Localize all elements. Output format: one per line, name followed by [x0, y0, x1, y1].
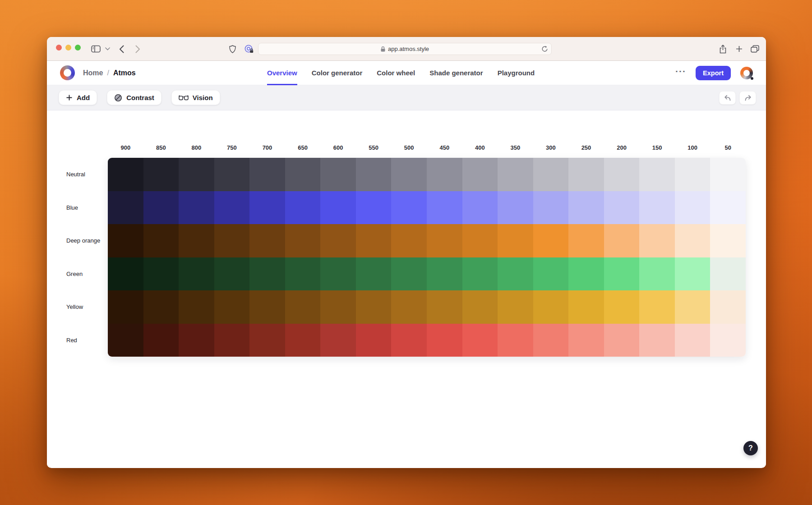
swatch-neutral-150[interactable]: [639, 158, 675, 191]
swatch-red-300[interactable]: [533, 324, 569, 357]
contrast-button[interactable]: Contrast: [107, 90, 161, 105]
swatch-blue-400[interactable]: [462, 191, 498, 225]
swatch-red-500[interactable]: [391, 324, 427, 357]
swatch-green-350[interactable]: [498, 257, 533, 291]
tab-overview-icon[interactable]: [751, 37, 759, 61]
redo-button[interactable]: [739, 91, 756, 105]
swatch-green-700[interactable]: [249, 257, 285, 291]
more-menu-icon[interactable]: ···: [675, 69, 686, 77]
swatch-blue-450[interactable]: [427, 191, 462, 225]
swatch-red-700[interactable]: [249, 324, 285, 357]
swatch-green-150[interactable]: [639, 257, 675, 291]
swatch-deep-orange-500[interactable]: [391, 224, 427, 257]
swatch-green-450[interactable]: [427, 257, 462, 291]
swatch-red-750[interactable]: [214, 324, 250, 357]
tab-color-wheel[interactable]: Color wheel: [377, 61, 415, 85]
tab-shade-generator[interactable]: Shade generator: [429, 61, 483, 85]
share-icon[interactable]: [719, 37, 727, 61]
swatch-blue-750[interactable]: [214, 191, 250, 225]
chevron-down-icon[interactable]: [105, 37, 110, 61]
swatch-red-200[interactable]: [604, 324, 640, 357]
swatch-green-100[interactable]: [675, 257, 710, 291]
export-button[interactable]: Export: [696, 66, 731, 80]
swatch-blue-500[interactable]: [391, 191, 427, 225]
swatch-yellow-400[interactable]: [462, 290, 498, 324]
swatch-green-750[interactable]: [214, 257, 250, 291]
swatch-neutral-850[interactable]: [143, 158, 179, 191]
address-bar[interactable]: app.atmos.style: [258, 43, 552, 55]
swatch-deep-orange-650[interactable]: [285, 224, 321, 257]
swatch-neutral-800[interactable]: [179, 158, 214, 191]
tab-playground[interactable]: Playground: [498, 61, 535, 85]
swatch-deep-orange-350[interactable]: [498, 224, 533, 257]
swatch-yellow-450[interactable]: [427, 290, 462, 324]
tab-color-generator[interactable]: Color generator: [312, 61, 363, 85]
close-button[interactable]: [56, 45, 62, 50]
swatch-blue-250[interactable]: [568, 191, 604, 225]
swatch-green-900[interactable]: [108, 257, 143, 291]
swatch-deep-orange-150[interactable]: [639, 224, 675, 257]
swatch-yellow-350[interactable]: [498, 290, 533, 324]
swatch-yellow-550[interactable]: [356, 290, 392, 324]
swatch-deep-orange-700[interactable]: [249, 224, 285, 257]
reload-icon[interactable]: [541, 46, 548, 52]
swatch-blue-300[interactable]: [533, 191, 569, 225]
minimize-button[interactable]: [65, 45, 71, 50]
swatch-neutral-350[interactable]: [498, 158, 533, 191]
swatch-red-350[interactable]: [498, 324, 533, 357]
swatch-neutral-250[interactable]: [568, 158, 604, 191]
swatch-blue-550[interactable]: [356, 191, 392, 225]
swatch-green-250[interactable]: [568, 257, 604, 291]
swatch-blue-800[interactable]: [179, 191, 214, 225]
swatch-yellow-500[interactable]: [391, 290, 427, 324]
swatch-yellow-300[interactable]: [533, 290, 569, 324]
swatch-deep-orange-800[interactable]: [179, 224, 214, 257]
swatch-deep-orange-200[interactable]: [604, 224, 640, 257]
extension-lock-icon[interactable]: [245, 37, 254, 61]
swatch-deep-orange-750[interactable]: [214, 224, 250, 257]
swatch-deep-orange-300[interactable]: [533, 224, 569, 257]
swatch-blue-50[interactable]: [710, 191, 746, 225]
undo-button[interactable]: [719, 91, 736, 105]
swatch-blue-700[interactable]: [249, 191, 285, 225]
swatch-blue-600[interactable]: [320, 191, 356, 225]
swatch-green-650[interactable]: [285, 257, 321, 291]
swatch-yellow-150[interactable]: [639, 290, 675, 324]
privacy-shield-icon[interactable]: [229, 37, 236, 61]
new-tab-icon[interactable]: [736, 37, 743, 61]
swatch-deep-orange-100[interactable]: [675, 224, 710, 257]
swatch-neutral-100[interactable]: [675, 158, 710, 191]
swatch-neutral-650[interactable]: [285, 158, 321, 191]
swatch-yellow-900[interactable]: [108, 290, 143, 324]
swatch-neutral-600[interactable]: [320, 158, 356, 191]
swatch-green-550[interactable]: [356, 257, 392, 291]
swatch-green-50[interactable]: [710, 257, 746, 291]
swatch-yellow-50[interactable]: [710, 290, 746, 324]
back-icon[interactable]: [119, 37, 124, 61]
swatch-red-900[interactable]: [108, 324, 143, 357]
tab-overview[interactable]: Overview: [267, 61, 297, 85]
swatch-yellow-250[interactable]: [568, 290, 604, 324]
swatch-neutral-700[interactable]: [249, 158, 285, 191]
swatch-red-400[interactable]: [462, 324, 498, 357]
swatch-green-600[interactable]: [320, 257, 356, 291]
swatch-neutral-750[interactable]: [214, 158, 250, 191]
add-button[interactable]: Add: [59, 90, 97, 105]
swatch-red-450[interactable]: [427, 324, 462, 357]
swatch-deep-orange-850[interactable]: [143, 224, 179, 257]
swatch-blue-150[interactable]: [639, 191, 675, 225]
swatch-red-650[interactable]: [285, 324, 321, 357]
swatch-green-200[interactable]: [604, 257, 640, 291]
swatch-neutral-500[interactable]: [391, 158, 427, 191]
swatch-blue-650[interactable]: [285, 191, 321, 225]
swatch-yellow-800[interactable]: [179, 290, 214, 324]
swatch-blue-200[interactable]: [604, 191, 640, 225]
swatch-neutral-900[interactable]: [108, 158, 143, 191]
zoom-button[interactable]: [75, 45, 81, 50]
swatch-neutral-450[interactable]: [427, 158, 462, 191]
swatch-yellow-700[interactable]: [249, 290, 285, 324]
swatch-neutral-400[interactable]: [462, 158, 498, 191]
swatch-deep-orange-400[interactable]: [462, 224, 498, 257]
swatch-red-50[interactable]: [710, 324, 746, 357]
swatch-red-850[interactable]: [143, 324, 179, 357]
